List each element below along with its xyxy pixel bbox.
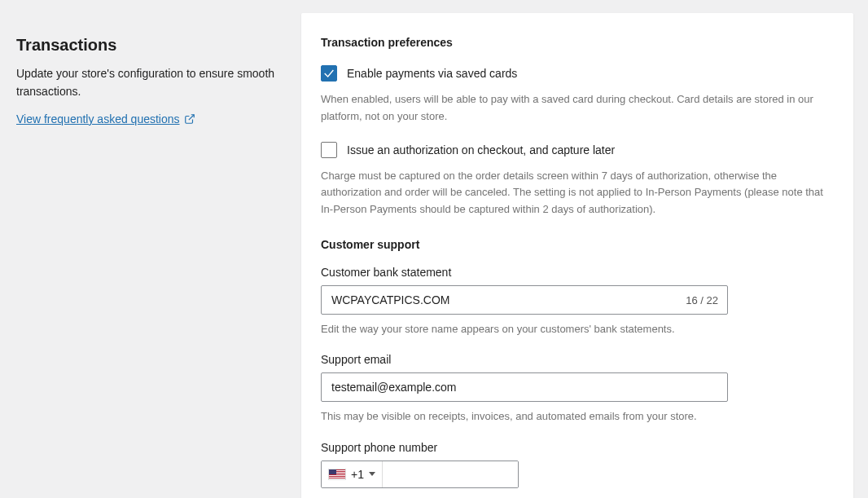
auth-capture-help: Charge must be captured on the order det… [321,168,834,218]
transaction-prefs-heading: Transaction preferences [321,36,834,49]
phone-country-code: +1 [351,468,364,481]
faq-link[interactable]: View frequently asked questions [16,112,195,126]
support-email-help: This may be visible on receipts, invoice… [321,408,834,425]
customer-support-heading: Customer support [321,238,834,251]
settings-panel: Transaction preferences Enable payments … [301,13,853,498]
phone-country-select[interactable]: +1 [322,461,383,487]
page-description: Update your store's configuration to ens… [16,64,285,101]
svg-line-0 [188,115,193,120]
bank-statement-label: Customer bank statement [321,266,834,279]
bank-statement-input[interactable] [321,285,728,315]
auth-capture-checkbox[interactable] [321,142,337,158]
chevron-down-icon [369,472,375,476]
bank-statement-help: Edit the way your store name appears on … [321,321,834,337]
sidebar: Transactions Update your store's configu… [0,13,301,142]
faq-link-text: View frequently asked questions [16,112,180,126]
external-link-icon [184,113,195,125]
saved-cards-label: Enable payments via saved cards [347,67,517,80]
us-flag-icon [328,469,346,480]
check-icon [322,67,335,80]
support-phone-help: This may be visible on receipts, invoice… [321,495,834,498]
page-title: Transactions [16,36,285,55]
support-phone-label: Support phone number [321,441,834,454]
saved-cards-checkbox[interactable] [321,65,337,82]
saved-cards-help: When enabled, users will be able to pay … [321,91,834,126]
support-email-label: Support email [321,353,834,366]
support-email-input[interactable] [321,372,728,402]
support-phone-input[interactable] [383,461,519,487]
auth-capture-label: Issue an authorization on checkout, and … [347,143,615,156]
